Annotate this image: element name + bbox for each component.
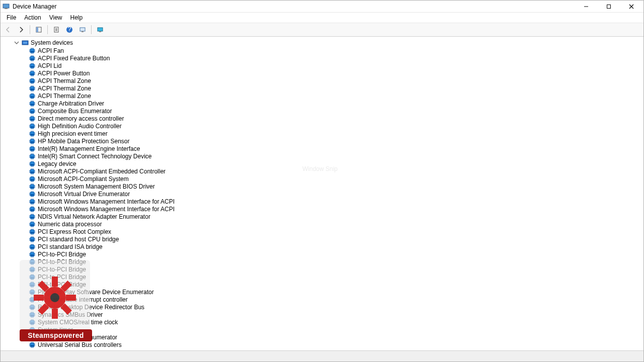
svg-rect-60 xyxy=(31,72,34,73)
svg-rect-494 xyxy=(31,306,34,307)
toolbar-forward-button[interactable] xyxy=(16,24,27,35)
svg-rect-228 xyxy=(31,162,34,164)
device-chip-icon xyxy=(29,175,36,183)
maximize-button[interactable] xyxy=(597,1,620,13)
device-item[interactable]: ACPI Power Button xyxy=(1,69,643,77)
device-chip-icon xyxy=(29,115,36,122)
svg-rect-88 xyxy=(31,87,34,88)
device-chip-icon xyxy=(29,123,36,130)
svg-rect-158 xyxy=(31,125,34,126)
device-item[interactable]: ACPI Lid xyxy=(1,62,643,69)
device-item[interactable]: Microsoft Windows Management Interface f… xyxy=(1,198,643,205)
help-icon: ? xyxy=(66,26,73,33)
device-item[interactable]: ACPI Fan xyxy=(1,47,643,54)
device-chip-icon xyxy=(29,85,36,92)
device-item[interactable]: PCI-to-PCI Bridge xyxy=(1,281,643,288)
device-item[interactable]: Microsoft Windows Management Interface f… xyxy=(1,205,643,213)
device-item[interactable]: PCI standard ISA bridge xyxy=(1,243,643,250)
device-chip-icon xyxy=(29,221,36,228)
device-item[interactable]: Composite Bus Enumerator xyxy=(1,107,643,115)
toolbar-refresh-button[interactable] xyxy=(77,24,88,35)
svg-rect-172 xyxy=(31,132,34,134)
device-item[interactable]: Microsoft ACPI-Compliant System xyxy=(1,175,643,183)
device-item[interactable]: HP Mobile Data Protection Sensor xyxy=(1,137,643,145)
device-item[interactable]: Intel(R) Management Engine Interface xyxy=(1,145,643,152)
device-chip-icon xyxy=(29,130,36,137)
device-item[interactable]: PCI-to-PCI Bridge xyxy=(1,273,643,281)
close-button[interactable] xyxy=(620,1,642,13)
device-item[interactable]: Microsoft ACPI-Compliant Embedded Contro… xyxy=(1,167,643,175)
device-label: ACPI Thermal Zone xyxy=(38,85,91,92)
device-item[interactable]: System timer xyxy=(1,326,643,333)
device-item[interactable]: Microsoft System Management BIOS Driver xyxy=(1,183,643,190)
device-label: Remote Desktop Device Redirector Bus xyxy=(38,304,144,311)
svg-rect-410 xyxy=(31,260,34,262)
device-item[interactable]: PCI-to-PCI Bridge xyxy=(1,265,643,273)
toolbar-properties-button[interactable] xyxy=(51,24,62,35)
svg-rect-200 xyxy=(31,147,34,149)
device-item[interactable]: Direct memory access controller xyxy=(1,115,643,122)
menu-view[interactable]: View xyxy=(45,13,66,22)
toolbar-monitor-button[interactable] xyxy=(95,24,106,35)
device-item[interactable]: Universal Serial Bus controllers xyxy=(1,341,643,348)
device-item[interactable]: ACPI Thermal Zone xyxy=(1,92,643,100)
toolbar-back-button[interactable] xyxy=(3,24,14,35)
menu-help[interactable]: Help xyxy=(66,13,87,22)
svg-rect-1 xyxy=(5,8,8,9)
back-icon xyxy=(5,26,12,33)
device-item[interactable]: Charge Arbitration Driver xyxy=(1,100,643,107)
device-item[interactable]: PCI-to-PCI Bridge xyxy=(1,250,643,258)
device-item[interactable]: Remote Desktop Device Redirector Bus xyxy=(1,303,643,311)
device-item[interactable]: PCI Express Root Complex xyxy=(1,228,643,235)
device-chip-icon xyxy=(29,100,36,107)
minimize-button[interactable] xyxy=(575,1,597,13)
device-item[interactable]: PCI-to-PCI Bridge xyxy=(1,258,643,265)
device-item[interactable]: Synaptics SMBus Driver xyxy=(1,311,643,318)
device-tree[interactable]: System devices ACPI FanACPI Fixed Featur… xyxy=(1,37,643,350)
svg-rect-0 xyxy=(3,4,9,8)
svg-rect-354 xyxy=(31,230,34,232)
device-item[interactable]: High precision event timer xyxy=(1,130,643,137)
device-manager-window: Device Manager File Action View Help xyxy=(0,0,644,362)
device-item[interactable]: Numeric data processor xyxy=(1,220,643,228)
tree-category-label: System devices xyxy=(31,39,73,46)
titlebar[interactable]: Device Manager xyxy=(1,1,643,13)
device-label: HP Mobile Data Protection Sensor xyxy=(38,138,130,145)
device-item[interactable]: High Definition Audio Controller xyxy=(1,122,643,130)
device-label: ACPI Thermal Zone xyxy=(38,77,91,84)
device-label: Numeric data processor xyxy=(38,221,102,228)
svg-rect-424 xyxy=(31,268,34,269)
window-controls xyxy=(575,1,642,12)
device-item[interactable]: System CMOS/real time clock xyxy=(1,318,643,326)
chevron-down-icon[interactable] xyxy=(14,40,20,46)
svg-rect-4 xyxy=(36,27,38,32)
device-label: System CMOS/real time clock xyxy=(38,319,118,326)
device-item[interactable]: PCI standard host CPU bridge xyxy=(1,235,643,243)
device-item[interactable]: ACPI Fixed Feature Button xyxy=(1,54,643,62)
device-item[interactable]: UMBus Root Bus Enumerator xyxy=(1,333,643,341)
device-item[interactable]: Legacy device xyxy=(1,160,643,167)
device-label: ACPI Lid xyxy=(38,62,61,69)
svg-rect-536 xyxy=(31,328,34,330)
toolbar-show-hide-button[interactable] xyxy=(33,24,44,35)
device-item[interactable]: Microsoft Virtual Drive Enumerator xyxy=(1,190,643,198)
device-item[interactable]: NDIS Virtual Network Adapter Enumerator xyxy=(1,213,643,220)
device-chip-icon xyxy=(29,281,36,288)
tree-category-system-devices[interactable]: System devices xyxy=(1,39,643,47)
menu-file[interactable]: File xyxy=(3,13,20,22)
device-item[interactable]: Intel(R) Smart Connect Technology Device xyxy=(1,152,643,160)
svg-rect-16 xyxy=(23,42,27,44)
device-label: Direct memory access controller xyxy=(38,115,124,122)
device-item[interactable]: Plug and Play Software Device Enumerator xyxy=(1,288,643,296)
toolbar-help-button[interactable]: ? xyxy=(64,24,75,35)
device-item[interactable]: Programmable interrupt controller xyxy=(1,296,643,303)
menu-action[interactable]: Action xyxy=(20,13,45,22)
device-chip-icon xyxy=(29,191,36,198)
svg-rect-396 xyxy=(31,253,34,254)
refresh-icon xyxy=(79,26,86,33)
device-item[interactable]: ACPI Thermal Zone xyxy=(1,77,643,84)
window-title: Device Manager xyxy=(13,3,56,10)
device-label: Intel(R) Smart Connect Technology Device xyxy=(38,153,152,160)
device-item[interactable]: ACPI Thermal Zone xyxy=(1,84,643,92)
app-icon xyxy=(3,3,10,10)
